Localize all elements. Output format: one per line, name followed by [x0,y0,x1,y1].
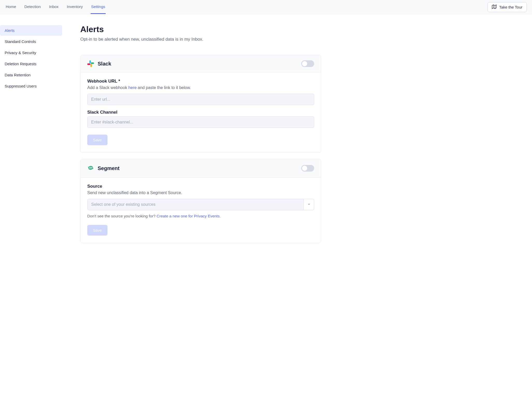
page-title: Alerts [80,25,321,34]
segment-save-button[interactable]: Save [87,225,107,236]
sidebar-item-standard-controls[interactable]: Standard Controls [0,36,62,47]
webhook-url-input[interactable] [87,94,314,105]
map-icon [492,4,497,10]
sidebar: Alerts Standard Controls Privacy & Secur… [0,14,62,265]
sidebar-item-privacy-security[interactable]: Privacy & Security [0,47,62,58]
create-source-link[interactable]: Create a new one for Privacy Events. [157,214,221,218]
webhook-help-prefix: Add a Slack webhook [87,85,128,90]
segment-toggle[interactable] [301,165,314,172]
segment-icon [87,164,94,172]
webhook-url-label: Webhook URL * [87,79,314,84]
sidebar-item-alerts[interactable]: Alerts [0,25,62,36]
nav-tabs: Home Detection Inbox Inventory Settings [5,0,106,14]
source-select-wrap: Select one of your existing sources [87,199,314,210]
webhook-help-link[interactable]: here [128,85,136,90]
sidebar-item-suppressed-users[interactable]: Suppressed Users [0,81,62,91]
source-hint: Don't see the source you're looking for?… [87,214,314,218]
source-help: Send new unclassified data into a Segmen… [87,191,314,195]
slack-toggle[interactable] [301,60,314,67]
webhook-help-suffix: and paste the link to it below. [136,85,191,90]
slack-card: Slack Webhook URL * Add a Slack webhook … [80,55,321,153]
segment-card-header: Segment [81,159,321,178]
webhook-url-help: Add a Slack webhook here and paste the l… [87,85,314,90]
source-hint-prefix: Don't see the source you're looking for? [87,214,157,218]
slack-channel-input[interactable] [87,116,314,128]
nav-tab-settings[interactable]: Settings [91,0,106,14]
segment-card: Segment Source Send new unclassified dat… [80,159,321,243]
sidebar-item-deletion-requests[interactable]: Deletion Requests [0,58,62,69]
svg-marker-0 [492,5,497,9]
slack-card-header: Slack [81,55,321,72]
main-content: Alerts Opt-in to be alerted when new, un… [62,14,332,265]
source-label: Source [87,184,314,189]
nav-tab-home[interactable]: Home [5,0,17,14]
slack-channel-label: Slack Channel [87,110,314,115]
slack-icon [87,60,94,67]
slack-save-button[interactable]: Save [87,135,107,145]
chevron-down-icon [307,202,311,207]
source-select[interactable]: Select one of your existing sources [87,199,304,210]
top-nav: Home Detection Inbox Inventory Settings … [0,0,532,14]
source-select-caret[interactable] [304,199,314,210]
sidebar-item-data-retention[interactable]: Data Retention [0,70,62,80]
nav-tab-detection[interactable]: Detection [24,0,41,14]
page-subtitle: Opt-in to be alerted when new, unclassif… [80,37,321,42]
segment-card-title: Segment [98,165,119,171]
nav-tab-inventory[interactable]: Inventory [66,0,83,14]
take-tour-label: Take the Tour [499,5,522,9]
nav-tab-inbox[interactable]: Inbox [48,0,59,14]
slack-card-title: Slack [98,61,111,67]
take-tour-button[interactable]: Take the Tour [487,2,527,12]
